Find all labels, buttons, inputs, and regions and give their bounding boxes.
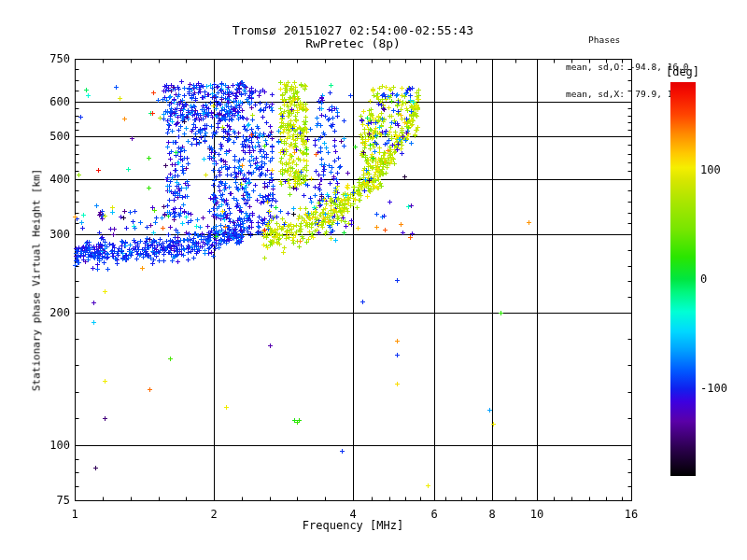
- y-tick-label: 600: [36, 95, 70, 108]
- x-tick-label: 8: [488, 508, 495, 521]
- y-tick-label: 300: [36, 228, 70, 241]
- y-tick-label: 750: [36, 52, 70, 65]
- plot-subtitle: RwPretec (8p): [305, 37, 401, 49]
- y-tick-label: 500: [36, 130, 70, 143]
- x-tick-label: 6: [431, 508, 438, 521]
- colorbar-unit-label: [deg]: [666, 65, 699, 78]
- y-tick-label: 200: [36, 306, 70, 319]
- x-tick-label: 16: [625, 508, 638, 521]
- x-tick-label: 10: [530, 508, 543, 521]
- y-tick-label: 400: [36, 173, 70, 186]
- colorbar-tick-label: 100: [700, 163, 721, 176]
- phase-stats-heading: Phases: [566, 35, 689, 45]
- colorbar-tick-label: -100: [700, 382, 727, 395]
- plot-title: Tromsø 20151027 02:54:00-02:55:43: [233, 24, 473, 36]
- ionogram-screenshot: Tromsø 20151027 02:54:00-02:55:43 RwPret…: [0, 0, 747, 560]
- x-tick-label: 2: [210, 508, 217, 521]
- y-tick-label: 100: [36, 439, 70, 452]
- phase-colorbar: [670, 82, 696, 476]
- colorbar-tick-label: 0: [700, 273, 707, 286]
- x-axis-label: Frequency [MHz]: [303, 519, 403, 532]
- x-tick-label: 4: [349, 508, 356, 521]
- x-tick-label: 1: [71, 508, 78, 521]
- y-tick-label: 75: [36, 494, 70, 507]
- y-axis-label: Stationary phase Virtual Height [km]: [31, 169, 43, 391]
